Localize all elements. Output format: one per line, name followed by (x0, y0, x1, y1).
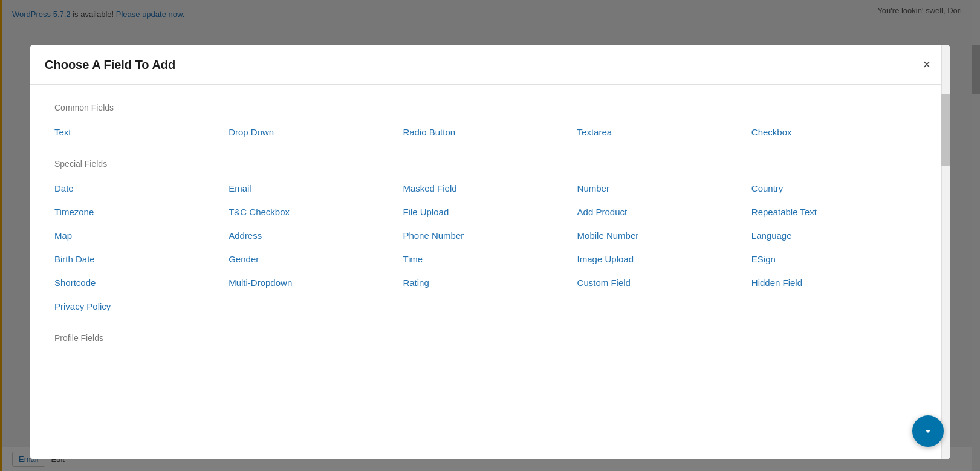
modal-close-button[interactable]: × (918, 56, 935, 73)
field-custom-field[interactable]: Custom Field (577, 274, 751, 291)
modal-header: Choose A Field To Add × (30, 45, 950, 85)
field-timezone[interactable]: Timezone (54, 203, 229, 221)
chevron-down-icon (921, 424, 935, 438)
modal-scrollbar-thumb (941, 94, 950, 166)
field-time[interactable]: Time (403, 250, 577, 268)
profile-fields-heading: Profile Fields (54, 333, 926, 343)
field-repeatable-text[interactable]: Repeatable Text (751, 203, 926, 221)
field-chooser-modal: Choose A Field To Add × Common Fields Te… (30, 45, 950, 459)
field-image-upload[interactable]: Image Upload (577, 250, 751, 268)
field-radio-button[interactable]: Radio Button (403, 123, 577, 141)
field-rating[interactable]: Rating (403, 274, 577, 291)
field-privacy-policy[interactable]: Privacy Policy (54, 297, 229, 315)
field-dropdown[interactable]: Drop Down (229, 123, 403, 141)
common-fields-grid: Text Drop Down Radio Button Textarea Che… (54, 123, 926, 141)
field-language[interactable]: Language (751, 227, 926, 244)
modal-title: Choose A Field To Add (45, 58, 175, 72)
modal-body: Common Fields Text Drop Down Radio Butto… (30, 85, 950, 459)
common-fields-heading: Common Fields (54, 103, 926, 112)
field-email[interactable]: Email (229, 180, 403, 197)
special-fields-heading: Special Fields (54, 159, 926, 169)
profile-fields-section: Profile Fields (54, 333, 926, 343)
field-add-product[interactable]: Add Product (577, 203, 751, 221)
field-country[interactable]: Country (751, 180, 926, 197)
scroll-down-button[interactable] (912, 415, 944, 447)
field-gender[interactable]: Gender (229, 250, 403, 268)
field-checkbox[interactable]: Checkbox (751, 123, 926, 141)
field-multi-dropdown[interactable]: Multi-Dropdown (229, 274, 403, 291)
field-phone-number[interactable]: Phone Number (403, 227, 577, 244)
field-file-upload[interactable]: File Upload (403, 203, 577, 221)
field-mobile-number[interactable]: Mobile Number (577, 227, 751, 244)
field-birth-date[interactable]: Birth Date (54, 250, 229, 268)
field-date[interactable]: Date (54, 180, 229, 197)
field-masked-field[interactable]: Masked Field (403, 180, 577, 197)
field-hidden-field[interactable]: Hidden Field (751, 274, 926, 291)
field-number[interactable]: Number (577, 180, 751, 197)
common-fields-section: Common Fields Text Drop Down Radio Butto… (54, 103, 926, 141)
field-map[interactable]: Map (54, 227, 229, 244)
special-fields-section: Special Fields Date Email Masked Field N… (54, 159, 926, 315)
field-address[interactable]: Address (229, 227, 403, 244)
field-tc-checkbox[interactable]: T&C Checkbox (229, 203, 403, 221)
field-esign[interactable]: ESign (751, 250, 926, 268)
special-fields-grid: Date Email Masked Field Number Country T… (54, 180, 926, 315)
field-textarea[interactable]: Textarea (577, 123, 751, 141)
field-shortcode[interactable]: Shortcode (54, 274, 229, 291)
modal-scrollbar[interactable] (941, 45, 950, 459)
field-text[interactable]: Text (54, 123, 229, 141)
